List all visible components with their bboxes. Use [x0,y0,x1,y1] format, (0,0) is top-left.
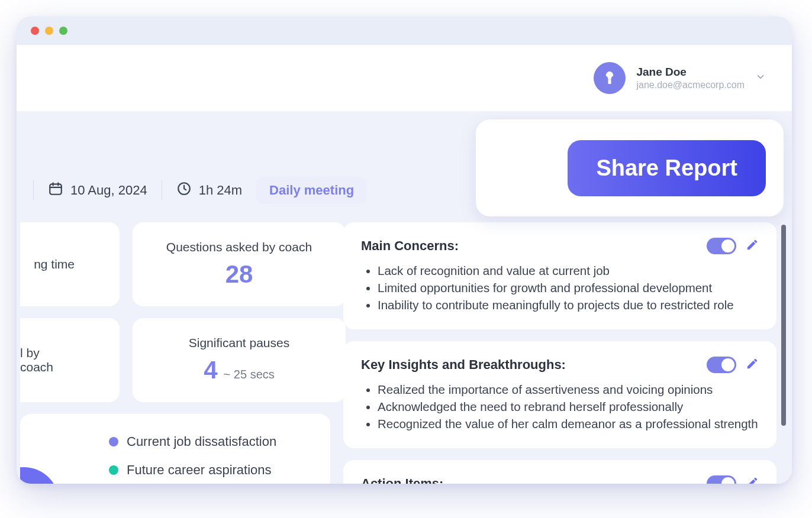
user-text: Jane Doe jane.doe@acmecorp.com [636,66,745,90]
section-title: Main Concerns: [361,238,459,254]
window-minimize-icon[interactable] [45,27,53,35]
topic-legend-card: Current job dissatisfactionFuture career… [20,414,330,484]
stat-value: 4 [204,356,217,384]
legend-item: Future career aspirations [109,462,330,478]
section-header: Key Insights and Breakthroughs: [361,357,759,373]
session-date: 10 Aug, 2024 [48,181,147,200]
svg-rect-1 [50,184,62,194]
user-email: jane.doe@acmecorp.com [636,80,745,90]
window-titlebar [17,17,792,45]
session-duration: 1h 24m [176,181,242,200]
edit-icon[interactable] [746,357,759,373]
section-bullet: Realized the importance of assertiveness… [378,381,759,397]
session-meta-bar: 10 Aug, 2024 1h 24m Daily meeting [17,174,367,207]
stat-label: Questions asked by coach [166,240,312,254]
app-window: Jane Doe jane.doe@acmecorp.com Share Rep… [17,17,792,484]
report-section: Main Concerns:Lack of recognition and va… [343,222,776,329]
report-sections: Main Concerns:Lack of recognition and va… [343,222,776,484]
section-title: Action Items: [361,476,443,484]
section-header: Main Concerns: [361,238,759,254]
app-header: Jane Doe jane.doe@acmecorp.com [17,45,792,111]
stat-value: 28 [225,260,253,289]
share-report-panel: Share Report [476,119,784,216]
section-bullet: Limited opportunities for growth and pro… [378,280,759,296]
divider [33,180,34,200]
section-toggle[interactable] [707,475,736,484]
content-area: Share Report 10 Aug, 2024 1h 24m Daily m… [17,111,792,484]
chart-blob [20,467,59,484]
section-bullets: Realized the importance of assertiveness… [361,381,759,432]
stat-label: Significant pauses [189,336,289,350]
session-type-tag[interactable]: Daily meeting [256,177,367,204]
stats-row-2: l by coach Significant pauses 4 ~ 25 sec… [17,318,346,402]
chevron-down-icon[interactable] [755,72,766,85]
edit-icon[interactable] [746,476,759,484]
stat-card-pauses: Significant pauses 4 ~ 25 secs [133,318,346,402]
section-title: Key Insights and Breakthroughs: [361,357,566,373]
stat-card-speaking-time: ng time [20,222,120,306]
stat-card-questions: Questions asked by coach 28 [133,222,346,306]
section-toggle[interactable] [707,357,736,373]
share-report-button[interactable]: Share Report [568,140,766,196]
legend-label: Current job dissatisfaction [127,434,276,449]
session-duration-value: 1h 24m [199,183,242,198]
stats-row-1: ng time Questions asked by coach 28 [17,222,346,306]
section-actions [707,475,759,484]
section-toggle[interactable] [707,238,736,254]
stat-label: l by coach [20,346,108,374]
clock-icon [176,181,192,200]
section-bullet: Inability to contribute meaningfully to … [378,297,759,313]
legend-label: Future career aspirations [127,462,272,478]
calendar-icon [48,181,63,200]
edit-icon[interactable] [746,238,759,254]
section-bullet: Lack of recognition and value at current… [378,263,759,279]
section-actions [707,238,759,254]
session-date-value: 10 Aug, 2024 [70,183,147,198]
report-section: Action Items:Complete the voice assessme… [343,460,776,484]
section-actions [707,357,759,373]
section-header: Action Items: [361,475,759,484]
avatar [594,62,626,94]
window-close-icon[interactable] [31,27,39,35]
window-zoom-icon[interactable] [59,27,67,35]
section-bullet: Acknowledged the need to rebrand herself… [378,399,759,415]
svg-rect-0 [608,80,611,85]
stat-label: ng time [34,257,108,271]
legend-item: Current job dissatisfaction [109,434,330,449]
user-menu[interactable]: Jane Doe jane.doe@acmecorp.com [594,62,766,94]
user-name: Jane Doe [636,66,745,79]
legend-dot-icon [109,465,118,475]
stat-card-by-coach: l by coach [20,318,120,402]
section-bullet: Recognized the value of her calm demeano… [378,416,759,432]
legend-dot-icon [109,437,118,446]
divider [162,180,162,200]
report-section: Key Insights and Breakthroughs:Realized … [343,341,776,448]
section-bullets: Lack of recognition and value at current… [361,263,759,313]
scrollbar[interactable] [781,225,786,426]
stat-subtext: ~ 25 secs [224,368,275,381]
